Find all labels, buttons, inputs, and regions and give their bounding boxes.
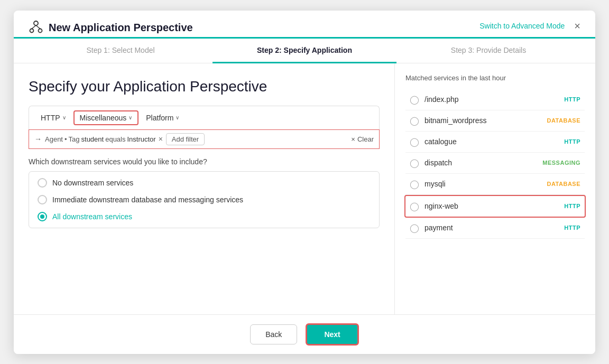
steps-bar: Step 1: Select Model Step 2: Specify App… <box>14 39 595 63</box>
panel-title: Matched services in the last hour <box>405 74 585 82</box>
service-name: dispatch <box>425 158 537 167</box>
filter-tags: → Agent • Tag student equals Instructor … <box>34 133 347 145</box>
tab-http[interactable]: HTTP ∨ <box>35 111 71 124</box>
service-name: nginx-web <box>425 202 559 210</box>
service-icon: ◯ <box>410 158 419 168</box>
downstream-options: No downstream services Immediate downstr… <box>29 171 380 228</box>
next-button[interactable]: Next <box>306 323 358 346</box>
radio-immediate-downstream[interactable]: Immediate downstream database and messag… <box>38 195 371 204</box>
service-item: ◯ mysqli DATABASE <box>405 174 585 195</box>
chevron-down-icon: ∨ <box>176 115 179 120</box>
service-name: bitnami_wordpress <box>425 116 542 125</box>
tab-miscellaneous[interactable]: Miscellaneous ∨ <box>73 110 139 125</box>
service-badge: HTTP <box>564 96 580 102</box>
tab-platform[interactable]: Platform ∨ <box>141 111 184 124</box>
step-2[interactable]: Step 2: Specify Application <box>213 39 396 63</box>
chevron-down-icon: ∨ <box>62 115 66 120</box>
service-name: mysqli <box>425 180 542 188</box>
tag-agent-label: Agent <box>45 135 63 143</box>
filter-arrow-icon: → <box>34 135 42 143</box>
left-panel: Specify your Application Perspective HTT… <box>14 63 394 314</box>
chevron-down-icon: ∨ <box>128 115 132 120</box>
service-icon: ◯ <box>410 137 419 147</box>
step-1[interactable]: Step 1: Select Model <box>29 39 213 63</box>
radio-all-downstream[interactable]: All downstream services <box>38 212 371 221</box>
filter-tabs: HTTP ∨ Miscellaneous ∨ Platform ∨ <box>29 106 380 129</box>
close-button[interactable]: × <box>574 21 580 31</box>
clear-x-icon: × <box>351 135 355 143</box>
tag-close-icon[interactable]: × <box>159 135 163 143</box>
service-item: ◯ dispatch MESSAGING <box>405 153 585 174</box>
right-panel: Matched services in the last hour ◯ /ind… <box>394 63 595 314</box>
service-name: /index.php <box>425 95 559 104</box>
service-badge: HTTP <box>564 225 580 231</box>
add-filter-button[interactable]: Add filter <box>166 133 205 145</box>
service-item: ◯ /index.php HTTP <box>405 89 585 110</box>
svg-line-3 <box>32 25 36 29</box>
tag-equals-label: equals <box>105 135 125 143</box>
service-icon: ◯ <box>410 223 419 233</box>
back-button[interactable]: Back <box>250 324 297 344</box>
tag-bullet: • <box>64 135 67 143</box>
switch-advanced-button[interactable]: Switch to Advanced Mode <box>479 22 565 30</box>
service-item-nginx-web: ◯ nginx-web HTTP <box>404 195 586 218</box>
modal-footer: Back Next <box>14 314 595 354</box>
radio-circle-3 <box>38 212 47 221</box>
service-badge: HTTP <box>564 203 580 209</box>
clear-button[interactable]: × Clear <box>351 135 374 143</box>
service-list: ◯ /index.php HTTP ◯ bitnami_wordpress DA… <box>405 89 585 239</box>
header-actions: Switch to Advanced Mode × <box>479 21 580 31</box>
service-badge: HTTP <box>564 138 580 145</box>
radio-no-downstream[interactable]: No downstream services <box>38 178 371 188</box>
svg-line-4 <box>36 25 40 29</box>
service-badge: DATABASE <box>547 117 580 124</box>
app-icon <box>29 19 43 37</box>
service-badge: MESSAGING <box>542 160 580 166</box>
service-icon: ◯ <box>410 201 419 211</box>
radio-circle-1 <box>38 178 47 188</box>
service-badge: DATABASE <box>547 181 580 187</box>
radio-dot <box>40 214 44 219</box>
modal-wrapper: New Application Perspective Switch to Ad… <box>0 0 609 364</box>
radio-circle-2 <box>38 195 47 204</box>
tag-instructor-value: Instructor <box>127 135 155 143</box>
step-3[interactable]: Step 3: Provide Details <box>396 39 580 63</box>
service-icon: ◯ <box>410 116 419 126</box>
title-area: New Application Perspective <box>29 19 193 37</box>
svg-point-2 <box>39 29 42 32</box>
service-name: catalogue <box>425 137 559 146</box>
service-item: ◯ payment HTTP <box>405 218 585 239</box>
service-item: ◯ bitnami_wordpress DATABASE <box>405 110 585 132</box>
tag-tag-label: Tag <box>69 135 80 143</box>
service-icon: ◯ <box>410 95 419 105</box>
service-name: payment <box>425 223 559 232</box>
filter-row: → Agent • Tag student equals Instructor … <box>29 129 380 149</box>
modal-header: New Application Perspective Switch to Ad… <box>14 11 595 39</box>
section-title: Specify your Application Perspective <box>29 78 380 95</box>
svg-point-1 <box>30 29 34 32</box>
downstream-question: Which downstream services would you like… <box>29 157 380 166</box>
modal-content: Specify your Application Perspective HTT… <box>14 63 595 314</box>
service-item: ◯ catalogue HTTP <box>405 132 585 153</box>
svg-point-0 <box>34 21 38 25</box>
modal: New Application Perspective Switch to Ad… <box>14 11 595 354</box>
service-icon: ◯ <box>410 179 419 189</box>
filter-tag-agent: Agent • Tag student equals Instructor × <box>45 135 163 143</box>
tag-student-value: student <box>81 135 104 143</box>
modal-title: New Application Perspective <box>49 22 193 34</box>
